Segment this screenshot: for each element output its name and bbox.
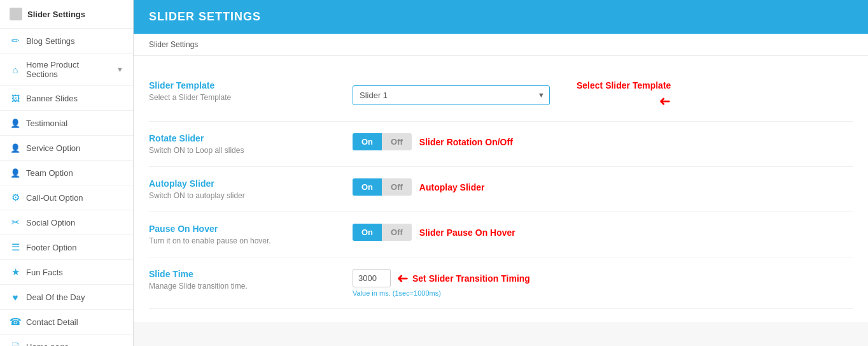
annotation-label-timing: Set Slider Transition Timing: [412, 273, 530, 284]
arrow-icon-timing: ➜: [397, 270, 409, 287]
page-header: SLIDER SETTINGS: [134, 0, 868, 34]
arrow-icon: ➜: [659, 93, 671, 110]
sidebar-item-social-option[interactable]: Social Option: [0, 210, 133, 235]
sidebar-item-label: Banner Slides: [26, 94, 123, 103]
sidebar-item-contact-detail[interactable]: Contact Detail: [0, 310, 133, 335]
annotation-label-template: Select Slider Template: [577, 80, 671, 90]
sidebar-header: Slider Settings: [0, 0, 133, 29]
setting-label: Slide Time: [149, 269, 340, 279]
phone-icon: [10, 316, 21, 328]
social-icon: [10, 217, 21, 228]
setting-label-col: Rotate Slider Switch ON to Loop all slid…: [149, 133, 340, 155]
sidebar-item-label: Social Option: [26, 218, 123, 227]
page-icon: [10, 341, 21, 346]
toggle-off-rotate[interactable]: Off: [382, 133, 412, 150]
sidebar-item-label: Contact Detail: [26, 317, 123, 327]
home-icon: [10, 64, 21, 75]
sidebar-item-label: Home page: [26, 342, 123, 347]
setting-control-rotate-slider: On Off Slider Rotation On/Off: [353, 133, 853, 150]
slide-time-input[interactable]: [353, 269, 391, 287]
main-content: SLIDER SETTINGS Slider Settings Slider T…: [134, 0, 868, 346]
sidebar-item-label: Call-Out Option: [26, 193, 123, 203]
user-icon: [10, 167, 21, 178]
toggle-group-autoplay: On Off: [353, 178, 412, 196]
sidebar-item-testimonial[interactable]: Testimonial: [0, 111, 133, 136]
sidebar-item-label: Blog Settings: [26, 36, 123, 46]
setting-desc: Switch ON to Loop all slides: [149, 146, 340, 155]
sidebar-item-label: Home Product Sections: [26, 60, 111, 79]
setting-label: Slider Template: [149, 80, 340, 90]
list-icon: [10, 241, 21, 253]
sidebar-item-team-option[interactable]: Team Option: [0, 161, 133, 185]
setting-label-col: Pause On Hover Turn it on to enable paus…: [149, 224, 340, 245]
annotation-label-autoplay: Autoplay Slider: [419, 182, 485, 192]
setting-label-col: Slide Time Manage Slide transition time.: [149, 269, 340, 291]
sidebar-item-label: Fun Facts: [26, 268, 123, 277]
user-icon: [10, 142, 21, 154]
setting-control-autoplay: On Off Autoplay Slider: [353, 178, 853, 196]
sidebar-item-label: Testimonial: [26, 119, 123, 128]
slide-time-control: ➜ Set Slider Transition Timing Value in …: [353, 269, 530, 297]
annotation-block-timing: ➜ Set Slider Transition Timing: [397, 270, 530, 287]
annotation-arrow-template: ➜: [659, 93, 671, 110]
sidebar: Slider Settings Blog Settings Home Produ…: [0, 0, 134, 346]
annotation-block-template: Select Slider Template ➜: [577, 80, 671, 110]
setting-row-rotate-slider: Rotate Slider Switch ON to Loop all slid…: [149, 122, 853, 167]
sidebar-item-fun-facts[interactable]: Fun Facts: [0, 260, 133, 285]
toggle-off-pause[interactable]: Off: [382, 224, 412, 241]
sidebar-item-banner-slides[interactable]: Banner Slides: [0, 86, 133, 111]
user-icon: [10, 117, 21, 129]
sidebar-header-label: Slider Settings: [27, 10, 85, 19]
setting-control-pause-hover: On Off Slider Pause On Hover: [353, 224, 853, 241]
setting-row-autoplay-slider: Autoplay Slider Switch ON to autoplay sl…: [149, 167, 853, 212]
sidebar-item-home-product-sections[interactable]: Home Product Sections ▼: [0, 54, 133, 86]
setting-row-slide-time: Slide Time Manage Slide transition time.…: [149, 257, 853, 309]
toggle-group-pause: On Off: [353, 224, 412, 241]
sidebar-item-label: Service Option: [26, 143, 123, 153]
pencil-icon: [10, 35, 21, 47]
setting-label: Pause On Hover: [149, 224, 340, 234]
annotation-label-rotate: Slider Rotation On/Off: [419, 137, 513, 147]
toggle-off-autoplay[interactable]: Off: [382, 178, 412, 196]
sidebar-item-footer-option[interactable]: Footer Option: [0, 235, 133, 260]
setting-label-col: Autoplay Slider Switch ON to autoplay sl…: [149, 178, 340, 200]
image-icon: [10, 92, 21, 104]
setting-desc: Manage Slide transition time.: [149, 282, 340, 291]
sidebar-item-blog-settings[interactable]: Blog Settings: [0, 29, 133, 54]
setting-row-slider-template: Slider Template Select a Slider Template…: [149, 69, 853, 122]
setting-desc: Switch ON to autoplay slider: [149, 191, 340, 200]
heart-icon: [10, 291, 21, 303]
slide-time-row: ➜ Set Slider Transition Timing: [353, 269, 530, 287]
setting-label-col: Slider Template Select a Slider Template: [149, 80, 340, 102]
sidebar-item-label: Deal Of the Day: [26, 292, 123, 302]
content-area: Slider Template Select a Slider Template…: [134, 56, 868, 322]
gear-icon: [10, 192, 21, 203]
toggle-on-rotate[interactable]: On: [353, 133, 382, 150]
setting-desc: Turn it on to enable pause on hover.: [149, 236, 340, 245]
setting-label: Autoplay Slider: [149, 178, 340, 189]
toggle-on-pause[interactable]: On: [353, 224, 382, 241]
sidebar-item-home-page[interactable]: Home page: [0, 335, 133, 346]
setting-desc: Select a Slider Template: [149, 93, 340, 102]
sidebar-item-label: Footer Option: [26, 243, 123, 252]
slider-template-select[interactable]: Slider 1 Slider 2 Slider 3: [353, 85, 550, 105]
breadcrumb: Slider Settings: [134, 34, 868, 56]
star-icon: [10, 266, 21, 278]
sidebar-item-service-option[interactable]: Service Option: [0, 136, 133, 161]
setting-row-pause-on-hover: Pause On Hover Turn it on to enable paus…: [149, 212, 853, 257]
toggle-group-rotate: On Off: [353, 133, 412, 150]
select-wrapper: Slider 1 Slider 2 Slider 3: [353, 85, 550, 105]
sidebar-item-deal-of-the-day[interactable]: Deal Of the Day: [0, 285, 133, 310]
sidebar-item-call-out-option[interactable]: Call-Out Option: [0, 185, 133, 210]
sidebar-header-icon: [10, 8, 22, 20]
page-title: SLIDER SETTINGS: [149, 10, 261, 23]
setting-control-slider-template: Slider 1 Slider 2 Slider 3 Select Slider…: [353, 80, 853, 110]
input-hint: Value in ms. (1sec=1000ms): [353, 289, 530, 297]
toggle-on-autoplay[interactable]: On: [353, 178, 382, 196]
setting-control-slide-time: ➜ Set Slider Transition Timing Value in …: [353, 269, 853, 297]
chevron-down-icon: ▼: [116, 66, 123, 73]
sidebar-item-label: Team Option: [26, 168, 123, 178]
annotation-label-pause: Slider Pause On Hover: [419, 227, 515, 238]
setting-label: Rotate Slider: [149, 133, 340, 143]
